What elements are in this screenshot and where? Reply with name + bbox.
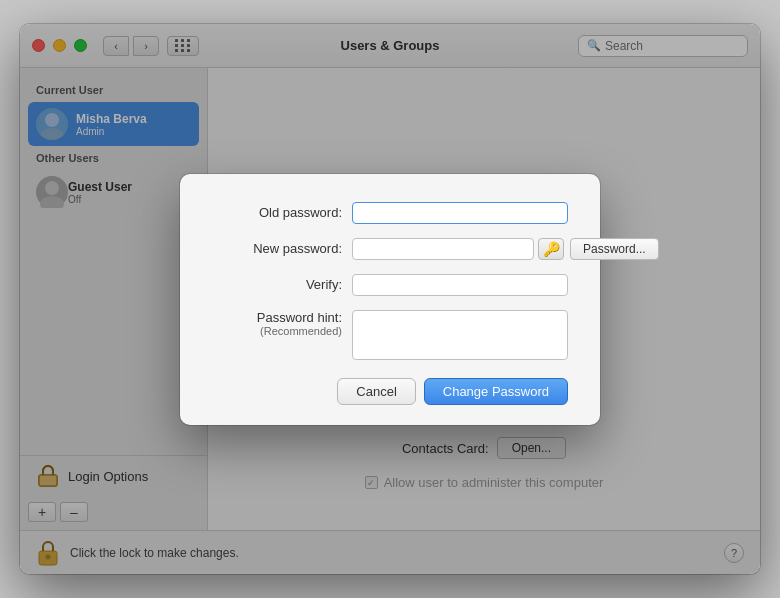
new-password-input[interactable] — [352, 238, 534, 260]
verify-input[interactable] — [352, 274, 568, 296]
verify-label: Verify: — [212, 277, 342, 292]
password-button[interactable]: Password... — [570, 238, 659, 260]
hint-label: Password hint: — [257, 310, 342, 325]
hint-row: Password hint: (Recommended) — [212, 310, 568, 360]
verify-row: Verify: — [212, 274, 568, 296]
new-password-row: New password: 🔑 Password... — [212, 238, 568, 260]
old-password-label: Old password: — [212, 205, 342, 220]
cancel-button[interactable]: Cancel — [337, 378, 415, 405]
old-password-row: Old password: — [212, 202, 568, 224]
new-password-label: New password: — [212, 241, 342, 256]
modal-buttons: Cancel Change Password — [212, 378, 568, 405]
modal-overlay: Old password: New password: 🔑 Password..… — [20, 24, 760, 574]
hint-textarea[interactable] — [352, 310, 568, 360]
change-password-button[interactable]: Change Password — [424, 378, 568, 405]
hint-sublabel: (Recommended) — [260, 325, 342, 337]
new-password-input-group: 🔑 — [352, 238, 564, 260]
old-password-input[interactable] — [352, 202, 568, 224]
main-window: ‹ › Users & Groups 🔍 Current User — [20, 24, 760, 574]
key-icon-button[interactable]: 🔑 — [538, 238, 564, 260]
change-password-modal: Old password: New password: 🔑 Password..… — [180, 174, 600, 425]
